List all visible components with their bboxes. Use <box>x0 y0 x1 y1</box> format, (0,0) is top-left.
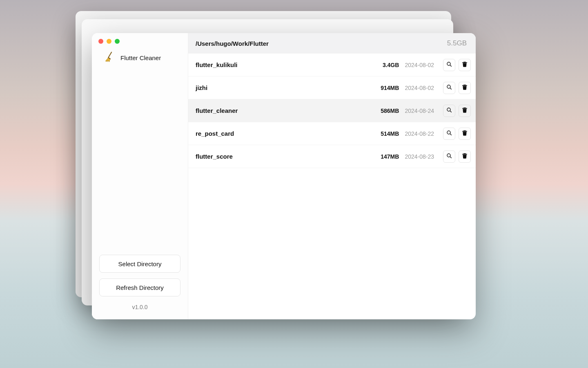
svg-line-2 <box>450 65 451 66</box>
project-row[interactable]: jizhi914MB2024-08-02 <box>188 76 476 99</box>
project-name: jizhi <box>196 84 381 91</box>
project-size: 514MB <box>381 130 399 137</box>
svg-line-4 <box>450 88 451 89</box>
project-name: flutter_kulikuli <box>196 61 383 68</box>
maximize-window-button[interactable] <box>115 39 120 44</box>
project-date: 2024-08-22 <box>405 130 434 137</box>
delete-button[interactable] <box>459 128 471 140</box>
svg-line-8 <box>450 134 451 135</box>
trash-icon <box>461 61 468 69</box>
project-date: 2024-08-23 <box>405 153 434 160</box>
project-size: 3.4GB <box>383 62 399 68</box>
search-icon <box>446 153 452 161</box>
svg-line-10 <box>450 157 451 158</box>
reveal-button[interactable] <box>443 59 455 71</box>
reveal-button[interactable] <box>443 82 455 94</box>
svg-line-6 <box>450 111 451 112</box>
directory-path: /Users/hugo/Work/Flutter <box>196 40 269 47</box>
project-size: 586MB <box>381 108 399 114</box>
project-size: 147MB <box>381 153 399 160</box>
trash-icon <box>461 130 468 138</box>
delete-button[interactable] <box>459 82 471 94</box>
delete-button[interactable] <box>459 150 471 163</box>
project-name: flutter_cleaner <box>196 107 381 114</box>
svg-line-0 <box>108 52 111 58</box>
svg-point-1 <box>447 62 450 65</box>
search-icon <box>446 84 452 92</box>
close-window-button[interactable] <box>98 39 103 44</box>
main-content: /Users/hugo/Work/Flutter 5.5GB flutter_k… <box>188 33 476 319</box>
project-row[interactable]: flutter_score147MB2024-08-23 <box>188 145 476 168</box>
project-name: re_post_card <box>196 130 381 137</box>
reveal-button[interactable] <box>443 128 455 140</box>
project-row[interactable]: re_post_card514MB2024-08-22 <box>188 122 476 145</box>
broom-icon <box>103 51 115 64</box>
project-row[interactable]: flutter_cleaner586MB2024-08-24 <box>188 99 476 122</box>
sidebar-actions: Select Directory Refresh Directory <box>92 255 188 304</box>
search-icon <box>446 61 452 69</box>
project-row[interactable]: flutter_kulikuli3.4GB2024-08-02 <box>188 54 476 76</box>
search-icon <box>446 130 452 138</box>
header-bar: /Users/hugo/Work/Flutter 5.5GB <box>188 33 476 54</box>
svg-point-3 <box>447 85 450 88</box>
delete-button[interactable] <box>459 105 471 117</box>
app-window: Flutter Cleaner Select Directory Refresh… <box>92 33 476 319</box>
select-directory-button[interactable]: Select Directory <box>99 255 180 273</box>
reveal-button[interactable] <box>443 150 455 163</box>
project-size: 914MB <box>381 85 399 91</box>
project-date: 2024-08-24 <box>405 108 434 114</box>
trash-icon <box>461 84 468 92</box>
trash-icon <box>461 107 468 115</box>
project-name: flutter_score <box>196 153 381 160</box>
app-brand: Flutter Cleaner <box>92 44 188 64</box>
trash-icon <box>461 153 468 161</box>
project-date: 2024-08-02 <box>405 85 434 91</box>
sidebar: Flutter Cleaner Select Directory Refresh… <box>92 33 188 319</box>
total-size: 5.5GB <box>447 39 467 47</box>
svg-point-9 <box>447 154 450 157</box>
reveal-button[interactable] <box>443 105 455 117</box>
delete-button[interactable] <box>459 59 471 71</box>
minimize-window-button[interactable] <box>107 39 111 44</box>
project-list: flutter_kulikuli3.4GB2024-08-02jizhi914M… <box>188 54 476 168</box>
app-title: Flutter Cleaner <box>120 54 161 61</box>
refresh-directory-button[interactable]: Refresh Directory <box>99 278 180 296</box>
search-icon <box>446 107 452 115</box>
app-version: v1.0.0 <box>92 304 188 319</box>
svg-point-5 <box>447 108 450 111</box>
svg-point-7 <box>447 131 450 134</box>
window-controls <box>92 33 188 44</box>
project-date: 2024-08-02 <box>405 62 434 68</box>
